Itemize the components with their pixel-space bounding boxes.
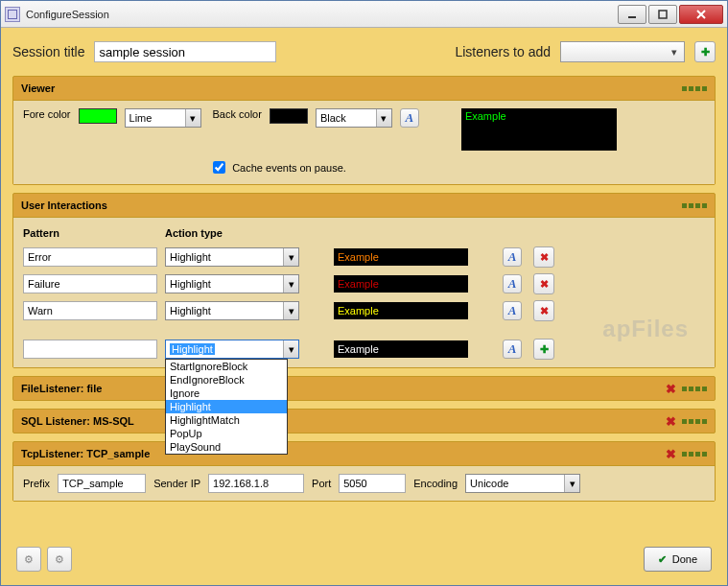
settings-button-2[interactable]: ⚙ <box>47 547 72 572</box>
backcolor-combo[interactable]: Black ▾ <box>316 108 392 128</box>
section-collapse-icon[interactable] <box>682 203 707 208</box>
font-icon: A <box>508 249 517 265</box>
dropdown-option[interactable]: Highlight <box>166 400 287 413</box>
content-area: Session title Listeners to add ▾ ✚ Viewe… <box>1 28 727 585</box>
listeners-label: Listeners to add <box>455 44 551 59</box>
check-icon: ✔ <box>658 553 667 566</box>
chevron-down-icon: ▾ <box>667 46 682 59</box>
cache-checkbox[interactable] <box>213 161 225 174</box>
font-icon: A <box>508 341 517 357</box>
viewer-section: Viewer Fore color Lime ▾ Back color Blac… <box>12 76 716 185</box>
senderip-input[interactable] <box>208 474 304 493</box>
encoding-label: Encoding <box>413 478 458 489</box>
forecolor-combo[interactable]: Lime ▾ <box>125 108 201 128</box>
close-button[interactable] <box>679 5 723 24</box>
row-font-button[interactable]: A <box>503 301 522 320</box>
pattern-input[interactable] <box>23 247 157 267</box>
dropdown-option[interactable]: EndIgnoreBlock <box>166 373 287 387</box>
session-row: Session title Listeners to add ▾ ✚ <box>12 37 716 70</box>
section-collapse-icon[interactable] <box>682 419 707 424</box>
gear-icon: ⚙ <box>24 553 34 566</box>
done-label: Done <box>672 553 697 565</box>
row-preview: Example <box>334 275 468 293</box>
row-delete-button[interactable]: ✖ <box>533 300 554 321</box>
new-action-combo[interactable]: Highlight ▾ <box>165 340 299 359</box>
dropdown-option[interactable]: PopUp <box>166 427 287 440</box>
prefix-label: Prefix <box>23 478 50 489</box>
plus-icon: ✚ <box>701 46 710 59</box>
col-pattern: Pattern <box>23 225 157 241</box>
new-pattern-input[interactable] <box>23 340 157 359</box>
delete-icon: ✖ <box>540 278 549 291</box>
encoding-combo[interactable]: Unicode ▾ <box>465 474 580 493</box>
prefix-input[interactable] <box>58 474 146 493</box>
section-collapse-icon[interactable] <box>682 387 707 391</box>
chevron-down-icon: ▾ <box>376 109 391 127</box>
row-delete-button[interactable]: ✖ <box>533 273 554 294</box>
action-combo[interactable]: Highlight▾ <box>165 247 299 267</box>
minimize-button[interactable] <box>618 5 646 24</box>
window-title: ConfigureSession <box>26 9 616 20</box>
tcplistener-delete-button[interactable]: ✖ <box>660 447 682 461</box>
viewer-font-button[interactable]: A <box>400 108 419 128</box>
svg-rect-1 <box>659 11 667 18</box>
bottom-bar: ⚙ ⚙ ✔ Done <box>12 539 716 575</box>
forecolor-swatch <box>79 108 117 124</box>
settings-button-1[interactable]: ⚙ <box>16 547 41 572</box>
chevron-down-icon: ▾ <box>283 275 298 293</box>
forecolor-label: Fore color <box>23 108 71 120</box>
port-label: Port <box>312 478 331 489</box>
plus-icon: ✚ <box>540 343 549 356</box>
font-icon: A <box>508 303 517 318</box>
row-preview: Example <box>334 302 468 319</box>
action-combo[interactable]: Highlight▾ <box>165 301 299 320</box>
chevron-down-icon: ▾ <box>283 302 298 319</box>
chevron-down-icon: ▾ <box>283 340 298 358</box>
port-input[interactable] <box>339 474 406 493</box>
chevron-down-icon: ▾ <box>185 109 200 127</box>
maximize-button[interactable] <box>648 5 677 24</box>
session-title-input[interactable] <box>94 41 276 62</box>
backcolor-label: Back color <box>213 108 262 120</box>
dropdown-option[interactable]: Ignore <box>166 387 287 400</box>
section-collapse-icon[interactable] <box>682 86 707 91</box>
viewer-header: Viewer <box>13 77 715 100</box>
backcolor-value: Black <box>320 112 346 124</box>
sqllistener-header: SQL Listener: MS-SQL ✖ <box>13 410 715 433</box>
col-action: Action type <box>165 225 299 241</box>
row-font-button[interactable]: A <box>503 247 522 267</box>
add-row-button[interactable]: ✚ <box>533 339 554 360</box>
session-title-label: Session title <box>12 44 84 59</box>
add-listener-button[interactable]: ✚ <box>694 41 716 62</box>
pattern-input[interactable] <box>23 274 157 293</box>
chevron-down-icon: ▾ <box>564 475 579 492</box>
app-icon <box>5 7 20 22</box>
listeners-dropdown[interactable]: ▾ <box>560 41 685 62</box>
cache-checkbox-wrap[interactable]: Cache events on pause. <box>209 158 346 176</box>
gear-icon: ⚙ <box>55 553 64 566</box>
forecolor-value: Lime <box>129 112 153 124</box>
tcplistener-header: TcpListener: TCP_sample ✖ <box>13 442 715 465</box>
dropdown-option[interactable]: PlaySound <box>166 440 287 454</box>
viewer-preview: Example <box>461 108 617 151</box>
font-icon: A <box>508 276 517 292</box>
row-font-button[interactable]: A <box>503 274 522 293</box>
filelistener-delete-button[interactable]: ✖ <box>660 382 682 396</box>
delete-icon: ✖ <box>540 305 549 317</box>
action-dropdown-list[interactable]: StartIgnoreBlock EndIgnoreBlock Ignore H… <box>165 359 288 455</box>
action-combo[interactable]: Highlight▾ <box>165 274 299 293</box>
tcplistener-section: TcpListener: TCP_sample ✖ Prefix Sender … <box>12 441 716 502</box>
chevron-down-icon: ▾ <box>283 248 298 266</box>
section-collapse-icon[interactable] <box>682 452 707 457</box>
sqllistener-delete-button[interactable]: ✖ <box>660 414 682 429</box>
pattern-input[interactable] <box>23 301 157 320</box>
dropdown-option[interactable]: StartIgnoreBlock <box>166 360 287 373</box>
row-delete-button[interactable]: ✖ <box>533 246 554 268</box>
new-row-font-button[interactable]: A <box>503 340 522 359</box>
dropdown-option[interactable]: HighlightMatch <box>166 413 287 427</box>
window: ConfigureSession Session title Listeners… <box>0 0 728 586</box>
done-button[interactable]: ✔ Done <box>644 547 712 572</box>
titlebar: ConfigureSession <box>1 1 727 28</box>
row-preview: Example <box>334 248 468 266</box>
font-icon: A <box>406 110 414 126</box>
